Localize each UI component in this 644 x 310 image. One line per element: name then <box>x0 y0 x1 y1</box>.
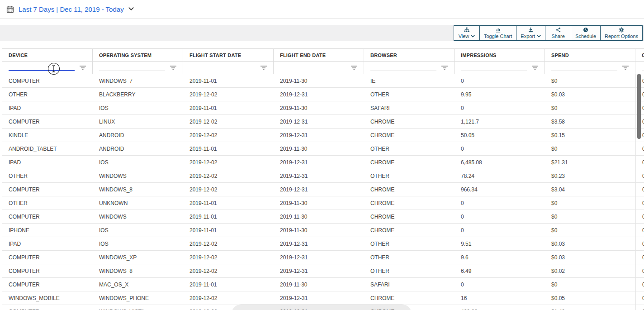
table-row[interactable]: WINDOWS_MOBILEWINDOWS_PHONE2019-12-02201… <box>2 291 644 305</box>
table-cell: WINDOWS_8 <box>93 183 183 196</box>
table-cell: $0 <box>545 196 635 210</box>
filter-icon[interactable] <box>622 65 629 71</box>
table-cell: 2019-12-02 <box>183 115 274 128</box>
table-row[interactable]: COMPUTERWINDOWS_82019-12-022019-12-31CHR… <box>2 183 644 196</box>
vertical-scrollbar-thumb[interactable] <box>637 74 641 139</box>
table-cell: 2019-12-02 <box>183 183 274 196</box>
device-filter-input[interactable] <box>9 63 75 71</box>
table-row[interactable]: IPADIOS2019-12-022019-12-31CHROME6,485.0… <box>2 156 644 169</box>
chevron-down-icon <box>471 35 475 38</box>
filter-cell-operating-system <box>93 62 183 74</box>
table-cell: BLACKBERRY <box>93 88 183 101</box>
filter-cell-clipped <box>635 62 644 74</box>
table-cell: SAFARI <box>364 278 455 291</box>
table-cell: IOS <box>93 156 183 169</box>
column-header-device[interactable]: DEVICE <box>2 49 93 61</box>
view-button[interactable]: View <box>454 25 480 41</box>
table-cell: IPAD <box>2 156 93 169</box>
report-table: DEVICE OPERATING SYSTEM FLIGHT START DAT… <box>2 48 644 310</box>
date-range-picker[interactable]: Last 7 Days | Dec 11, 2019 - Today <box>6 0 134 18</box>
table-cell: CHROME <box>364 291 455 305</box>
table-cell: 0 <box>635 210 644 223</box>
topbar: Last 7 Days | Dec 11, 2019 - Today <box>0 0 644 19</box>
table-cell: 2019-11-30 <box>274 278 364 291</box>
filter-icon[interactable] <box>170 65 177 71</box>
column-header-flight-start-date[interactable]: FLIGHT START DATE <box>183 49 274 61</box>
table-cell: SAFARI <box>364 101 455 114</box>
download-icon <box>527 27 534 33</box>
table-cell: 0 <box>635 224 644 237</box>
table-row[interactable]: OTHERWINDOWS2019-12-022019-12-31OTHER78.… <box>2 169 644 183</box>
table-cell: CHROME <box>364 210 455 223</box>
table-cell: WINDOWS <box>93 169 183 182</box>
table-cell: ANDROID <box>93 129 183 142</box>
column-header-clipped[interactable]: C <box>635 49 644 61</box>
table-row[interactable]: IPHONEIOS2019-11-012019-11-30CHROME0$00 <box>2 224 644 237</box>
table-cell: OTHER <box>2 196 93 210</box>
table-cell: CHROME <box>364 224 455 237</box>
schedule-button[interactable]: Schedule <box>571 25 601 41</box>
table-cell: CHROME <box>364 183 455 196</box>
filter-icon[interactable] <box>260 65 267 71</box>
table-cell: 9.6 <box>455 251 545 264</box>
table-cell: OTHER <box>364 264 455 277</box>
table-row[interactable]: COMPUTERWINDOWS_XP2019-12-022019-12-31OT… <box>2 251 644 264</box>
table-cell: $0.03 <box>545 237 635 250</box>
table-cell: IOS <box>93 101 183 114</box>
operating-system-filter-input[interactable] <box>99 63 165 71</box>
table-row[interactable]: COMPUTERWINDOWS_72019-11-012019-11-30IE0… <box>2 74 644 88</box>
clipped-filter-input[interactable] <box>642 63 644 71</box>
column-header-label: SPEND <box>551 52 569 58</box>
table-row[interactable]: COMPUTERMAC_OS_X2019-11-012019-11-30SAFA… <box>2 278 644 291</box>
table-cell: 2019-11-30 <box>274 196 364 210</box>
table-cell: OTHER <box>2 169 93 182</box>
clock-icon <box>582 27 589 33</box>
toggle-chart-button[interactable]: Toggle Chart <box>479 25 516 41</box>
table-cell: 0 <box>635 183 644 196</box>
filter-icon[interactable] <box>531 65 539 71</box>
table-cell: IPAD <box>2 237 93 250</box>
column-header-label: FLIGHT END DATE <box>280 52 326 58</box>
column-header-browser[interactable]: BROWSER <box>364 49 455 61</box>
filter-cell-flight-end-date <box>274 62 364 74</box>
table-cell: 2019-11-01 <box>183 101 274 114</box>
export-button[interactable]: Export <box>516 25 545 41</box>
share-button-label: Share <box>551 33 564 39</box>
table-cell: COMPUTER <box>2 305 93 310</box>
table-cell: 0 <box>455 101 545 114</box>
filter-icon[interactable] <box>441 65 448 71</box>
column-header-spend[interactable]: SPEND <box>545 49 635 61</box>
column-header-operating-system[interactable]: OPERATING SYSTEM <box>93 49 183 61</box>
table-row[interactable]: IPADIOS2019-12-022019-12-31OTHER9.51$0.0… <box>2 237 644 251</box>
filter-cell-impressions <box>455 62 545 74</box>
table-row[interactable]: COMPUTERWINDOWS_82019-12-022019-12-31OTH… <box>2 264 644 278</box>
table-row[interactable]: COMPUTERLINUX2019-12-022019-12-31CHROME1… <box>2 115 644 129</box>
column-header-impressions[interactable]: IMPRESSIONS <box>455 49 545 61</box>
report-options-button[interactable]: Report Options <box>600 25 643 41</box>
browser-filter-input[interactable] <box>370 63 436 71</box>
column-header-flight-end-date[interactable]: FLIGHT END DATE <box>274 49 364 61</box>
table-row[interactable]: COMPUTERWINDOWS_VISTA2019-12-022019-12-3… <box>2 305 644 310</box>
table-row[interactable]: ANDROID_TABLETANDROID2019-11-012019-11-3… <box>2 142 644 156</box>
table-header-row: DEVICE OPERATING SYSTEM FLIGHT START DAT… <box>2 48 644 62</box>
table-row[interactable]: IPADIOS2019-11-012019-11-30SAFARI0$00 <box>2 101 644 115</box>
spend-filter-input[interactable] <box>551 63 617 71</box>
table-cell: 2019-11-30 <box>274 101 364 114</box>
table-row[interactable]: KINDLEANDROID2019-12-022019-12-31CHROME5… <box>2 129 644 142</box>
filter-icon[interactable] <box>350 65 358 71</box>
table-cell: $0.03 <box>545 88 635 101</box>
table-body: COMPUTERWINDOWS_72019-11-012019-11-30IE0… <box>2 74 644 310</box>
filter-cell-browser <box>364 62 455 74</box>
gear-icon <box>618 27 625 33</box>
toggle-chart-button-label: Toggle Chart <box>484 33 512 39</box>
table-cell: 2019-12-02 <box>183 237 274 250</box>
share-button[interactable]: Share <box>545 25 571 41</box>
impressions-filter-input[interactable] <box>461 63 527 71</box>
table-cell: $3.04 <box>545 183 635 196</box>
table-row[interactable]: OTHERBLACKBERRY2019-12-022019-12-31OTHER… <box>2 88 644 101</box>
table-row[interactable]: OTHERUNKNOWN2019-11-012019-11-30CHROME0$… <box>2 196 644 210</box>
table-cell: OTHER <box>2 88 93 101</box>
filter-cell-flight-start-date <box>183 62 274 74</box>
filter-icon[interactable] <box>79 65 86 71</box>
table-row[interactable]: COMPUTERWINDOWS2019-11-012019-11-30CHROM… <box>2 210 644 224</box>
